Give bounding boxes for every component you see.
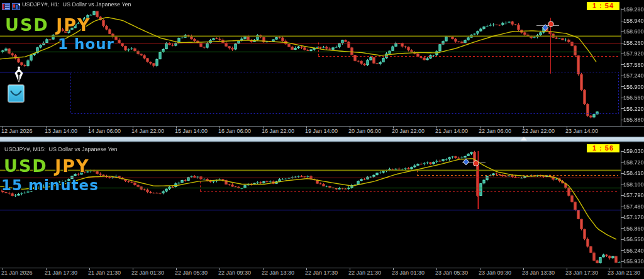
chart-header: USDJPY#, M15: US Dollar vs Japanese Yen [4, 146, 118, 153]
time-tick-label: 22 Jan 01:30 [131, 270, 164, 276]
time-tick-mark [46, 127, 47, 128]
price-tick-label: 157.790 [623, 192, 644, 198]
time-tick-mark [263, 268, 264, 270]
price-tick-label: 156.860 [623, 225, 644, 232]
time-tick-label: 22 Jan 09:30 [218, 270, 251, 276]
time-tick-label: 14 Jan 06:00 [88, 128, 121, 134]
time-tick-mark [176, 127, 177, 128]
price-tick-label: 158.720 [623, 159, 644, 166]
time-tick-mark [3, 127, 3, 128]
time-tick-mark [46, 268, 47, 270]
chart-grid-icon [2, 1, 10, 8]
time-tick-mark [176, 268, 177, 270]
price-tick-label: 156.900 [623, 84, 644, 90]
time-tick-label: 23 Jan 21:30 [608, 270, 640, 276]
time-tick-mark [523, 127, 524, 128]
price-tick-label: 158.260 [623, 40, 644, 46]
price-tick-label: 155.880 [623, 117, 644, 123]
time-tick-mark [480, 268, 480, 270]
time-tick-label: 14 Jan 22:00 [131, 128, 164, 134]
time-tick-label: 23 Jan 09:30 [479, 270, 511, 276]
price-tick-label: 157.240 [623, 72, 644, 79]
price-tick-label: 157.580 [623, 62, 644, 68]
smile-button[interactable] [8, 84, 25, 103]
time-tick-label: 22 Jan 13:30 [262, 270, 294, 276]
chart-title: USDJPY#, H1: US Dollar vs Japanese Yen [22, 1, 131, 8]
time-tick-mark [219, 268, 220, 270]
time-tick-mark [306, 268, 307, 270]
price-tick-label: 157.480 [623, 203, 644, 210]
time-tick-mark [609, 268, 609, 270]
time-tick-mark [133, 268, 133, 270]
time-tick-label: 22 Jan 22:00 [522, 128, 555, 134]
pen-tool-icon[interactable] [13, 66, 25, 86]
chart-title: USDJPY#, M15: US Dollar vs Japanese Yen [4, 146, 118, 153]
time-tick-label: 23 Jan 14:00 [565, 128, 598, 134]
time-tick-mark [436, 268, 437, 270]
time-tick-label: 23 Jan 05:30 [435, 270, 468, 276]
separator-notch [521, 137, 527, 140]
time-tick-mark [306, 127, 307, 128]
time-tick-mark [219, 127, 220, 128]
price-tick-label: 158.100 [623, 181, 644, 188]
time-tick-label: 23 Jan 17:30 [565, 270, 598, 276]
time-tick-label: 21 Jan 21:30 [88, 270, 121, 276]
countdown-badge: 1 : 54 [587, 2, 619, 10]
price-tick-label: 156.240 [623, 248, 644, 254]
time-tick-mark [567, 127, 567, 128]
time-axis[interactable]: 12 Jan 202613 Jan 14:0014 Jan 06:0014 Ja… [0, 126, 644, 134]
m15-chart-canvas[interactable] [0, 151, 644, 268]
price-tick-label: 159.030 [623, 148, 644, 154]
time-tick-label: 21 Jan 17:30 [45, 270, 77, 276]
time-tick-label: 21 Jan 2026 [1, 270, 33, 276]
price-tick-label: 159.280 [623, 6, 644, 13]
time-tick-mark [436, 127, 437, 128]
price-tick-label: 157.170 [623, 214, 644, 220]
chart-window-m15: USDJPY#, M15: US Dollar vs Japanese Yen … [0, 144, 644, 279]
price-axis[interactable]: 159.280158.940158.600158.260157.920157.5… [623, 0, 644, 134]
price-tick-label: 157.920 [623, 50, 644, 57]
time-tick-mark [263, 127, 264, 128]
time-tick-mark [567, 268, 567, 270]
time-tick-label: 20 Jan 06:00 [348, 128, 381, 134]
time-tick-mark [523, 268, 524, 270]
time-tick-label: 13 Jan 14:00 [45, 128, 77, 134]
price-tick-label: 158.940 [623, 18, 644, 24]
price-tick-label: 156.550 [623, 236, 644, 242]
time-tick-label: 16 Jan 06:00 [218, 128, 251, 134]
chart-window-h1: USDJPY#, H1: US Dollar vs Japanese Yen 1… [0, 0, 644, 134]
window-separator[interactable] [0, 134, 644, 144]
time-tick-label: 23 Jan 13:30 [522, 270, 555, 276]
h1-chart-canvas[interactable] [0, 8, 644, 126]
time-tick-mark [393, 127, 394, 128]
time-tick-label: 23 Jan 01:30 [392, 270, 425, 276]
time-tick-label: 12 Jan 2026 [1, 128, 33, 134]
countdown-badge: 1 : 56 [587, 144, 619, 152]
time-tick-label: 19 Jan 14:00 [305, 128, 338, 134]
time-tick-mark [480, 127, 480, 128]
time-tick-mark [89, 268, 90, 270]
chart-header: USDJPY#, H1: US Dollar vs Japanese Yen [2, 1, 131, 8]
time-tick-label: 22 Jan 05:30 [175, 270, 208, 276]
time-axis[interactable]: 21 Jan 202621 Jan 17:3021 Jan 21:3022 Ja… [0, 268, 644, 279]
time-tick-label: 16 Jan 22:00 [262, 128, 294, 134]
price-tick-label: 158.600 [623, 28, 644, 35]
price-axis[interactable]: 159.030158.720158.410158.100157.790157.4… [623, 144, 644, 279]
time-tick-label: 22 Jan 17:30 [305, 270, 338, 276]
time-tick-label: 15 Jan 14:00 [175, 128, 208, 134]
time-tick-mark [3, 268, 3, 270]
time-tick-mark [133, 127, 133, 128]
time-tick-label: 22 Jan 06:00 [479, 128, 511, 134]
price-tick-label: 156.560 [623, 94, 644, 101]
price-tick-label: 155.930 [623, 258, 644, 265]
time-tick-mark [393, 268, 394, 270]
chart-type-icon [12, 1, 20, 8]
price-tick-label: 156.220 [623, 106, 644, 112]
price-tick-label: 158.410 [623, 170, 644, 176]
time-tick-mark [350, 127, 350, 128]
time-tick-label: 22 Jan 21:30 [348, 270, 381, 276]
trading-terminal: USDJPY#, H1: US Dollar vs Japanese Yen 1… [0, 0, 644, 279]
time-tick-mark [89, 127, 90, 128]
time-tick-mark [350, 268, 350, 270]
time-tick-label: 20 Jan 22:00 [392, 128, 425, 134]
